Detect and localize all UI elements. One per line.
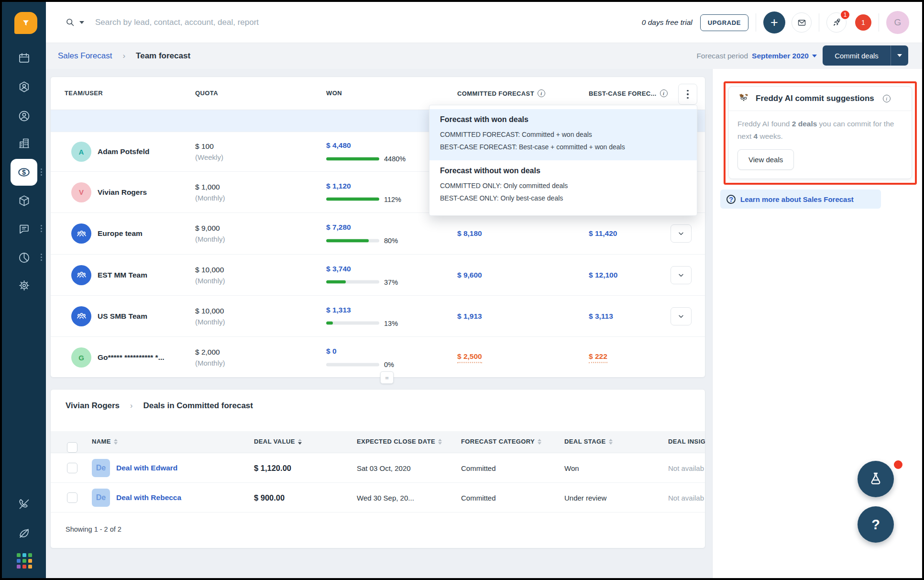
search-icon[interactable] (65, 17, 75, 27)
expand-row-button[interactable] (671, 266, 692, 284)
conversations-options-kebab[interactable] (41, 225, 42, 232)
column-header-deal-value[interactable]: DEAL VALUE (254, 438, 302, 445)
column-header-committed-forecast[interactable]: COMMITTED FORECASTi (457, 89, 545, 97)
freddy-assistant-button[interactable] (858, 461, 894, 497)
expand-row-button[interactable] (671, 224, 692, 243)
deal-name-link[interactable]: Deal with Rebecca (116, 493, 181, 502)
sidebar: $ (2, 2, 46, 578)
info-icon[interactable]: i (538, 89, 545, 97)
search-scope-caret-icon[interactable] (79, 21, 84, 24)
column-header-quota[interactable]: QUOTA (195, 89, 218, 97)
best-case-forecast-value[interactable]: $ 12,100 (589, 271, 617, 279)
expand-row-button[interactable] (671, 307, 692, 325)
deal-value: $ 1,120.00 (254, 463, 291, 472)
breadcrumb-separator: › (122, 51, 125, 61)
table-options-kebab-button[interactable] (678, 84, 697, 105)
quota-attainment-pct: 13% (384, 319, 398, 327)
won-value[interactable]: $ 4,480 (326, 141, 406, 150)
sidebar-item-contacts[interactable] (2, 75, 46, 98)
sidebar-item-deals[interactable]: $ (11, 159, 37, 186)
menu-item-description: BEST-CASE FORECAST: Best-case + committe… (440, 141, 686, 153)
user-avatar[interactable]: G (886, 11, 909, 34)
sidebar-item-conversations[interactable] (2, 217, 46, 240)
view-deals-button[interactable]: View deals (737, 149, 794, 170)
won-value[interactable]: $ 0 (326, 347, 394, 356)
menu-item-description: COMMITTED ONLY: Only committed deals (440, 179, 686, 192)
team-user-name[interactable]: EST MM Team (98, 271, 147, 279)
team-avatar (71, 265, 91, 285)
committed-forecast-value[interactable]: $ 8,180 (457, 229, 482, 238)
commit-deals-button[interactable]: Commit deals (823, 45, 908, 66)
commit-deals-menu-button[interactable] (891, 54, 908, 57)
sidebar-item-settings[interactable] (2, 274, 46, 297)
panel-resize-handle[interactable]: = (380, 371, 394, 384)
sidebar-item-phone-disabled[interactable] (2, 492, 46, 515)
row-checkbox[interactable] (67, 463, 77, 473)
column-header-forecast-category[interactable]: FORECAST CATEGORY (461, 438, 541, 445)
whats-new-button[interactable]: 1 (826, 12, 847, 33)
question-circle-icon: ? (726, 195, 736, 204)
sidebar-item-products[interactable] (2, 189, 46, 212)
divider (819, 13, 819, 32)
team-user-name[interactable]: Go***** ********** *... (98, 353, 165, 362)
quick-add-button[interactable]: + (763, 11, 785, 33)
deal-name-link[interactable]: Deal with Edward (116, 464, 177, 472)
deals-breadcrumb-user[interactable]: Vivian Rogers (66, 401, 120, 411)
freddy-suggestion-text: Freddy AI found 2 deals you can commit f… (729, 111, 912, 143)
menu-item-forecast-without-won-deals[interactable]: Forecast without won deals COMMITTED ONL… (429, 160, 697, 212)
info-icon[interactable]: i (660, 89, 668, 97)
team-icon (75, 227, 88, 240)
sort-icon (538, 439, 541, 445)
select-all-checkbox[interactable] (67, 442, 77, 453)
quota-value: $ 1,000 (195, 183, 225, 191)
freshworks-logo[interactable] (14, 12, 37, 34)
best-case-forecast-value[interactable]: $ 3,113 (589, 312, 613, 321)
best-case-forecast-suggested-value[interactable]: $ 222 (589, 352, 607, 363)
upgrade-button[interactable]: UPGRADE (700, 14, 748, 31)
contacts-icon (18, 80, 31, 93)
email-button[interactable] (792, 12, 812, 33)
team-user-name[interactable]: Europe team (98, 229, 143, 238)
team-user-name[interactable]: US SMB Team (98, 312, 147, 321)
team-user-name[interactable]: Vivian Rogers (98, 188, 147, 197)
sidebar-item-analytics[interactable] (2, 246, 46, 269)
apps-grid-icon[interactable] (17, 553, 32, 569)
menu-item-forecast-with-won-deals[interactable]: Forecast with won deals COMMITTED FORECA… (429, 109, 697, 160)
column-header-won[interactable]: WON (326, 89, 342, 97)
team-user-name[interactable]: Adam Potsfeld (98, 147, 150, 156)
committed-forecast-value[interactable]: $ 1,913 (457, 312, 482, 321)
column-header-team-user[interactable]: TEAM/USER (65, 89, 103, 97)
deals-table-header: NAME DEAL VALUE EXPECTED CLOSE DATE FORE… (51, 431, 705, 453)
info-icon[interactable]: i (883, 95, 891, 102)
deals-options-kebab[interactable] (41, 168, 42, 176)
row-checkbox[interactable] (67, 492, 77, 503)
forecast-view-dropdown: Forecast with won deals COMMITTED FORECA… (429, 105, 697, 216)
sidebar-item-calendar[interactable] (2, 46, 46, 69)
won-value[interactable]: $ 7,280 (326, 223, 398, 232)
analytics-options-kebab[interactable] (41, 254, 42, 261)
won-value[interactable]: $ 1,120 (326, 181, 401, 190)
help-button[interactable]: ? (858, 506, 894, 543)
breadcrumb: Sales Forecast › Team forecast (58, 43, 190, 69)
best-case-forecast-value[interactable]: $ 11,420 (589, 229, 617, 238)
sidebar-item-users[interactable] (2, 104, 46, 127)
search-input[interactable] (95, 18, 401, 27)
learn-more-link[interactable]: ? Learn more about Sales Forecast (720, 190, 881, 209)
won-value[interactable]: $ 3,740 (326, 264, 398, 273)
won-value[interactable]: $ 1,313 (326, 305, 398, 314)
forecast-period-select[interactable]: September 2020 (752, 52, 817, 60)
column-header-best-case-forecast[interactable]: BEST-CASE FOREC...i (589, 89, 668, 97)
column-header-expected-close-date[interactable]: EXPECTED CLOSE DATE (357, 438, 442, 445)
column-header-name[interactable]: NAME (92, 438, 118, 445)
breadcrumb-separator: › (130, 402, 132, 410)
quota-progress-bar (326, 239, 379, 242)
sidebar-item-marketplace-disabled[interactable] (2, 522, 46, 545)
column-header-deal-stage[interactable]: DEAL STAGE (564, 438, 613, 445)
committed-forecast-value[interactable]: $ 9,600 (457, 271, 482, 279)
notifications-button[interactable]: 1 (855, 14, 871, 31)
chevron-down-icon (812, 55, 817, 57)
breadcrumb-sales-forecast[interactable]: Sales Forecast (58, 51, 112, 61)
column-header-deal-insights[interactable]: DEAL INSIG (668, 438, 705, 445)
sidebar-item-accounts[interactable] (2, 132, 46, 155)
committed-forecast-suggested-value[interactable]: $ 2,500 (457, 352, 482, 363)
